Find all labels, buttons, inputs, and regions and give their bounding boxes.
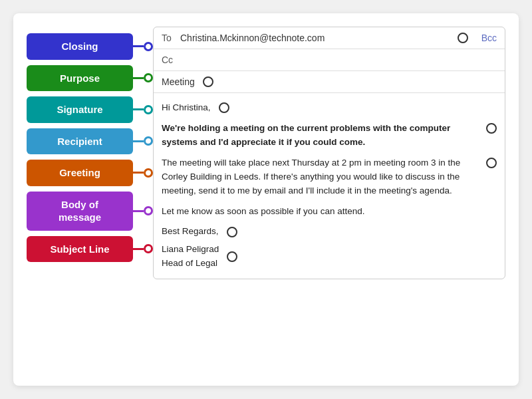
signature-text: Liana Peligrad Head of Legal — [162, 243, 219, 271]
to-row: To Christina.Mckinnon@technote.com Bcc — [154, 27, 505, 49]
label-item-closing: Closing — [27, 33, 153, 60]
subject-connector — [133, 244, 153, 253]
greeting-label[interactable]: Greeting — [27, 160, 133, 186]
body-text-1: We're holding a meeting on the current p… — [162, 122, 478, 150]
sig-line2: Head of Legal — [162, 257, 219, 271]
purpose-label[interactable]: Purpose — [27, 65, 133, 92]
signature-connector — [133, 105, 153, 114]
signature-block: Liana Peligrad Head of Legal — [162, 243, 497, 271]
subject-row: Meeting — [154, 71, 505, 93]
body-para-3: Let me know as soon as possible if you c… — [162, 205, 497, 219]
closing-label[interactable]: Closing — [27, 33, 133, 60]
body-text-3: Let me know as soon as possible if you c… — [162, 205, 364, 219]
recipient-label[interactable]: Recipient — [27, 128, 133, 155]
label-item-body: Body ofmessage — [27, 192, 153, 231]
subject-radio[interactable] — [203, 76, 213, 87]
main-container: Closing Purpose Signature Recipient — [13, 13, 519, 386]
closing-line: Best Regards, — [162, 225, 497, 239]
body-text-2: The meeting will take place next Thursda… — [162, 156, 478, 198]
body2-radio[interactable] — [486, 158, 497, 168]
purpose-connector — [133, 73, 153, 82]
to-value: Christina.Mckinnon@technote.com — [180, 33, 454, 43]
subject-label[interactable]: Subject Line — [27, 236, 133, 263]
label-item-greeting: Greeting — [27, 160, 153, 186]
signature-label[interactable]: Signature — [27, 96, 133, 123]
bcc-button[interactable]: Bcc — [481, 33, 497, 43]
subject-text: Meeting — [162, 76, 195, 87]
body-para-2: The meeting will take place next Thursda… — [162, 156, 497, 198]
body1-radio[interactable] — [486, 123, 497, 134]
label-item-purpose: Purpose — [27, 65, 153, 92]
signature-radio[interactable] — [227, 251, 237, 262]
label-item-recipient: Recipient — [27, 128, 153, 155]
labels-column: Closing Purpose Signature Recipient — [27, 27, 153, 262]
closing-radio[interactable] — [227, 227, 237, 237]
label-item-signature: Signature — [27, 96, 153, 123]
label-item-subject: Subject Line — [27, 236, 153, 263]
recipient-connector — [133, 136, 153, 146]
closing-text: Best Regards, — [162, 225, 219, 239]
greeting-radio[interactable] — [219, 102, 229, 113]
greeting-connector — [133, 168, 153, 178]
body-connector — [133, 206, 153, 215]
greeting-text: Hi Christina, — [162, 101, 211, 115]
email-body: Hi Christina, We're holding a meeting on… — [154, 93, 505, 279]
body-para-1: We're holding a meeting on the current p… — [162, 122, 497, 150]
cc-row: Cc — [154, 49, 505, 71]
sig-line1: Liana Peligrad — [162, 243, 219, 257]
cc-label: Cc — [162, 55, 180, 65]
to-label: To — [162, 33, 180, 43]
email-panel: To Christina.Mckinnon@technote.com Bcc C… — [153, 27, 505, 279]
closing-connector — [133, 42, 153, 51]
to-radio[interactable] — [458, 33, 468, 43]
body-label[interactable]: Body ofmessage — [27, 192, 133, 231]
greeting-line: Hi Christina, — [162, 101, 497, 115]
